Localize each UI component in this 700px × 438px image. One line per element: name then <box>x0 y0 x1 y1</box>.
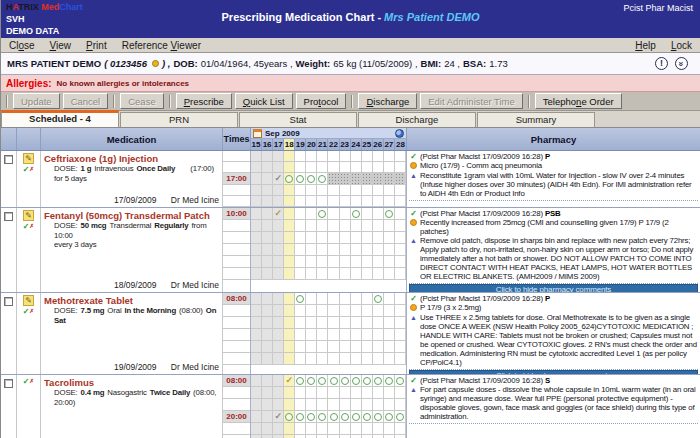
admin-cell[interactable] <box>251 162 262 173</box>
admin-cell[interactable] <box>384 208 395 220</box>
admin-cell[interactable] <box>373 387 384 399</box>
admin-cell[interactable] <box>273 423 284 435</box>
admin-cell[interactable] <box>317 375 328 387</box>
admin-cell[interactable] <box>384 151 395 162</box>
admin-cell[interactable] <box>373 293 384 305</box>
admin-cell[interactable] <box>306 423 317 435</box>
admin-cell[interactable] <box>262 173 273 184</box>
admin-cell[interactable] <box>306 411 317 423</box>
admin-cell[interactable] <box>273 256 284 268</box>
admin-cell[interactable] <box>273 293 284 305</box>
admin-cell[interactable] <box>317 185 328 196</box>
admin-cell[interactable] <box>362 399 373 411</box>
admin-cell[interactable] <box>362 244 373 256</box>
admin-cell[interactable] <box>328 196 339 207</box>
admin-cell[interactable] <box>373 329 384 341</box>
admin-cell[interactable] <box>273 162 284 173</box>
admin-cell[interactable] <box>284 387 295 399</box>
variance-note-icon[interactable]: ✎ <box>23 210 34 221</box>
admin-cell[interactable] <box>351 293 362 305</box>
admin-cell[interactable] <box>351 232 362 244</box>
admin-cell[interactable] <box>351 317 362 329</box>
admin-cell[interactable] <box>328 244 339 256</box>
admin-cell[interactable] <box>251 173 262 184</box>
admin-cell[interactable] <box>340 185 351 196</box>
admin-cell[interactable] <box>328 375 339 387</box>
admin-cell[interactable] <box>340 196 351 207</box>
admin-cell[interactable] <box>395 196 406 207</box>
admin-cell[interactable] <box>328 423 339 435</box>
admin-cell[interactable] <box>262 329 273 341</box>
admin-cell[interactable] <box>384 220 395 232</box>
admin-cell[interactable] <box>317 173 328 184</box>
admin-cell[interactable] <box>317 423 328 435</box>
admin-cell[interactable] <box>362 256 373 268</box>
admin-cell[interactable] <box>262 151 273 162</box>
admin-cell[interactable] <box>384 232 395 244</box>
admin-cell[interactable] <box>317 196 328 207</box>
admin-cell[interactable] <box>317 341 328 353</box>
admin-cell[interactable] <box>317 353 328 365</box>
admin-cell[interactable] <box>295 256 306 268</box>
admin-cell[interactable] <box>251 196 262 207</box>
admin-cell[interactable] <box>351 185 362 196</box>
admin-cell[interactable] <box>284 162 295 173</box>
admin-cell[interactable] <box>295 317 306 329</box>
order-status-icon[interactable]: ✓✗ <box>17 222 40 231</box>
admin-cell[interactable] <box>395 268 406 280</box>
admin-cell[interactable] <box>362 375 373 387</box>
admin-cell[interactable] <box>306 208 317 220</box>
admin-cell[interactable] <box>384 353 395 365</box>
admin-cell[interactable] <box>328 387 339 399</box>
admin-cell[interactable] <box>262 423 273 435</box>
menu-item-print[interactable]: Print <box>86 40 107 51</box>
admin-cell[interactable] <box>273 375 284 387</box>
admin-cell[interactable] <box>284 399 295 411</box>
admin-cell[interactable] <box>395 151 406 162</box>
admin-cell[interactable] <box>273 232 284 244</box>
admin-cell[interactable] <box>340 329 351 341</box>
admin-cell[interactable] <box>340 399 351 411</box>
admin-cell[interactable] <box>295 341 306 353</box>
admin-cell[interactable]: ✓ <box>273 173 284 184</box>
admin-cell[interactable] <box>284 317 295 329</box>
admin-cell[interactable] <box>373 305 384 317</box>
admin-cell[interactable] <box>306 162 317 173</box>
admin-cell[interactable] <box>340 244 351 256</box>
admin-cell[interactable] <box>395 423 406 435</box>
admin-cell[interactable] <box>306 375 317 387</box>
admin-cell[interactable] <box>251 341 262 353</box>
admin-cell[interactable] <box>362 387 373 399</box>
admin-cell[interactable] <box>306 256 317 268</box>
admin-cell[interactable] <box>251 317 262 329</box>
admin-cell[interactable] <box>351 399 362 411</box>
button-discharge[interactable]: Discharge <box>358 93 417 109</box>
admin-cell[interactable] <box>351 208 362 220</box>
admin-cell[interactable] <box>395 162 406 173</box>
admin-cell[interactable] <box>373 173 384 184</box>
admin-cell[interactable] <box>340 208 351 220</box>
admin-cell[interactable] <box>306 268 317 280</box>
admin-cell[interactable] <box>262 305 273 317</box>
admin-cell[interactable] <box>362 353 373 365</box>
admin-cell[interactable] <box>295 196 306 207</box>
admin-cell[interactable] <box>384 256 395 268</box>
admin-cell[interactable] <box>384 162 395 173</box>
admin-cell[interactable] <box>328 162 339 173</box>
admin-cell[interactable] <box>328 173 339 184</box>
admin-cell[interactable] <box>284 293 295 305</box>
admin-cell[interactable] <box>328 411 339 423</box>
admin-cell[interactable] <box>251 185 262 196</box>
admin-cell[interactable] <box>362 151 373 162</box>
admin-cell[interactable] <box>362 185 373 196</box>
admin-cell[interactable] <box>262 268 273 280</box>
admin-cell[interactable] <box>295 329 306 341</box>
admin-cell[interactable] <box>317 162 328 173</box>
admin-cell[interactable] <box>273 353 284 365</box>
admin-cell[interactable] <box>262 353 273 365</box>
admin-cell[interactable] <box>317 268 328 280</box>
admin-cell[interactable] <box>251 151 262 162</box>
admin-cell[interactable] <box>384 293 395 305</box>
row-select-checkbox[interactable] <box>4 155 13 164</box>
admin-cell[interactable] <box>295 305 306 317</box>
